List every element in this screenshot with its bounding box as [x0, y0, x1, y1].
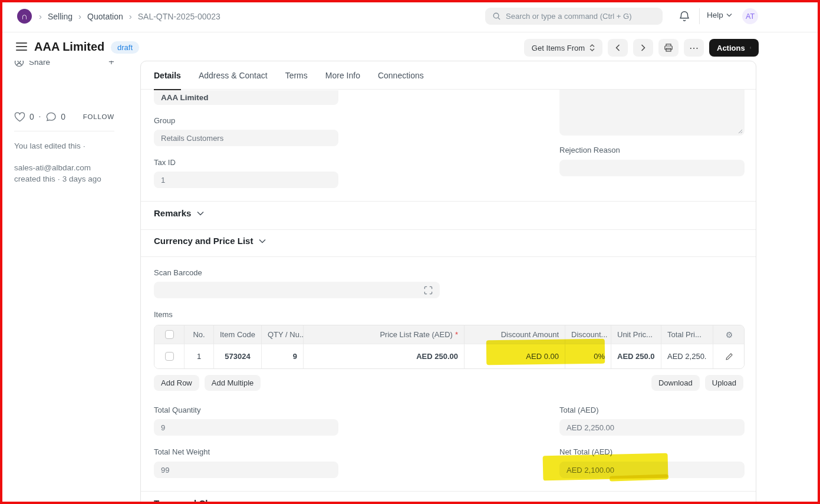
upload-button[interactable]: Upload: [705, 375, 743, 391]
rejection-reason-field[interactable]: [559, 160, 745, 176]
currency-section-toggle[interactable]: Currency and Price List: [154, 236, 266, 246]
section-divider: [141, 491, 756, 492]
sidebar-divider: [14, 131, 114, 131]
download-button[interactable]: Download: [651, 375, 700, 391]
creator-email[interactable]: sales-ati@albdar.com: [14, 162, 101, 173]
row-checkbox[interactable]: [165, 352, 174, 361]
tab-connections[interactable]: Connections: [378, 61, 424, 90]
cell-discount-amount[interactable]: AED 0.00: [465, 344, 565, 368]
tab-terms[interactable]: Terms: [285, 61, 308, 90]
printer-icon: [664, 43, 673, 52]
tab-address-contact[interactable]: Address & Contact: [199, 61, 268, 90]
select-all-checkbox[interactable]: [165, 330, 174, 339]
tab-details[interactable]: Details: [154, 61, 181, 90]
comment-icon[interactable]: [45, 112, 57, 122]
breadcrumb-selling[interactable]: Selling: [48, 12, 73, 21]
table-settings-gear-icon[interactable]: ⚙: [726, 330, 733, 340]
heart-icon[interactable]: [14, 112, 25, 122]
created-by-text: sales-ati@albdar.com created this · 3 da…: [14, 162, 101, 185]
chevron-right-icon: ›: [78, 11, 81, 21]
sidebar-toggle-icon[interactable]: [16, 42, 27, 51]
section-divider: [141, 256, 756, 257]
tax-id-label: Tax ID: [154, 158, 338, 167]
breadcrumb-quotation[interactable]: Quotation: [87, 12, 123, 21]
quotation-page: ∩ › Selling › Quotation › SAL-QTN-2025-0…: [0, 0, 820, 504]
row-edit-button[interactable]: [713, 344, 745, 368]
pencil-icon: [725, 353, 733, 361]
items-table-header: No. Item Code QTY / Nu... Price List Rat…: [154, 325, 744, 344]
tab-more-info[interactable]: More Info: [325, 61, 360, 90]
rejection-reason-label: Rejection Reason: [559, 146, 745, 154]
cell-no: 1: [185, 344, 214, 368]
form-tabs: Details Address & Contact Terms More Inf…: [141, 61, 756, 90]
remarks-section-toggle[interactable]: Remarks: [154, 208, 204, 218]
taxes-section-toggle[interactable]: Taxes and Charges: [154, 498, 234, 504]
items-table: No. Item Code QTY / Nu... Price List Rat…: [154, 325, 745, 369]
barcode-scan-icon[interactable]: [424, 286, 433, 295]
print-button[interactable]: [658, 39, 679, 57]
top-navbar: ∩ › Selling › Quotation › SAL-QTN-2025-0…: [0, 0, 820, 32]
cell-qty[interactable]: 9: [262, 344, 304, 368]
col-qty: QTY / Nu...: [262, 325, 304, 344]
col-discount-pct: Discount...: [565, 325, 611, 344]
search-input[interactable]: Search or type a command (Ctrl + G): [485, 8, 663, 25]
chevron-right-icon: [641, 44, 646, 51]
cell-item-code[interactable]: 573024: [214, 344, 262, 368]
get-items-from-button[interactable]: Get Items From: [524, 39, 602, 57]
group-label: Group: [154, 116, 338, 125]
likes-count: 0: [29, 112, 34, 121]
select-chevrons-icon: [590, 44, 595, 51]
cell-total-price[interactable]: AED 2,250.: [661, 344, 713, 368]
chevron-left-icon: [615, 44, 620, 51]
cell-unit-price[interactable]: AED 250.0: [611, 344, 661, 368]
scan-barcode-field[interactable]: [154, 282, 440, 298]
last-edited-text: You last edited this ·: [14, 141, 85, 150]
table-right-buttons: Download Upload: [651, 375, 743, 391]
select-chevrons-icon: [750, 44, 751, 51]
navbar-divider: [699, 8, 700, 24]
next-document-button[interactable]: [633, 39, 653, 57]
cell-price-list-rate[interactable]: AED 250.00: [304, 344, 465, 368]
tax-id-field[interactable]: 1: [154, 172, 338, 188]
section-divider: [141, 201, 756, 202]
net-total-label: Net Total (AED): [559, 447, 745, 456]
col-no: No.: [185, 325, 214, 344]
prev-document-button[interactable]: [608, 39, 628, 57]
search-placeholder: Search or type a command (Ctrl + G): [506, 12, 632, 21]
page-title: AAA Limited: [34, 40, 104, 54]
ellipsis-icon: ⋯: [689, 42, 699, 54]
total-field: AED 2,250.00: [559, 419, 745, 436]
status-badge: draft: [111, 41, 139, 54]
app-logo-icon[interactable]: ∩: [17, 9, 32, 24]
total-net-weight-field: 99: [154, 462, 338, 478]
add-multiple-button[interactable]: Add Multiple: [205, 375, 261, 391]
cell-discount-pct[interactable]: 0%: [565, 344, 611, 368]
reason-textarea[interactable]: [559, 90, 745, 136]
form-card: Details Address & Contact Terms More Inf…: [140, 61, 756, 504]
more-options-button[interactable]: ⋯: [684, 39, 704, 57]
customer-field[interactable]: AAA Limited: [154, 90, 338, 105]
user-avatar[interactable]: AT: [742, 8, 758, 24]
net-total-field: AED 2,100.00: [559, 462, 745, 478]
total-quantity-field: 9: [154, 419, 338, 436]
breadcrumb: › Selling › Quotation › SAL-QTN-2025-000…: [39, 0, 220, 32]
comments-count: 0: [61, 112, 65, 121]
help-menu[interactable]: Help: [707, 11, 732, 19]
notifications-bell-icon[interactable]: [678, 10, 691, 23]
chevron-down-icon: [726, 13, 732, 17]
add-row-button[interactable]: Add Row: [154, 375, 199, 391]
total-quantity-label: Total Quantity: [154, 406, 338, 414]
col-discount-amount: Discount Amount: [465, 325, 565, 344]
col-unit-price: Unit Pric...: [611, 325, 661, 344]
group-field[interactable]: Retails Customers: [154, 130, 338, 146]
chevron-down-icon: [259, 239, 266, 243]
search-icon: [492, 12, 501, 21]
col-item-code: Item Code: [214, 325, 262, 344]
resize-handle-icon[interactable]: [737, 129, 743, 134]
col-price-list-rate: Price List Rate (AED)*: [304, 325, 465, 344]
actions-button[interactable]: Actions: [709, 39, 759, 57]
follow-button[interactable]: FOLLOW: [83, 113, 114, 120]
header-actions: Get Items From ⋯ Actions: [524, 39, 759, 57]
scan-barcode-label: Scan Barcode: [154, 268, 202, 277]
items-label: Items: [154, 310, 173, 319]
